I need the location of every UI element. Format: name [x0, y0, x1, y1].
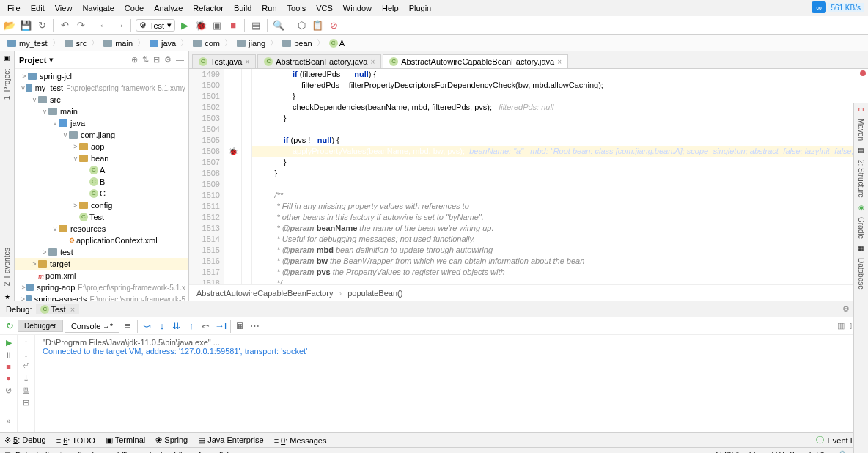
- rerun-icon[interactable]: ↻: [3, 320, 16, 333]
- code-text[interactable]: if (filteredPds == null) { filteredPds =…: [252, 69, 868, 284]
- project-tab-icon[interactable]: ▣: [4, 54, 10, 62]
- undo-icon[interactable]: ↶: [58, 19, 71, 32]
- editor-tab-AbstractAutowireCapableBeanFactory.java[interactable]: CAbstractAutowireCapableBeanFactory.java…: [383, 54, 568, 68]
- run-icon[interactable]: ▶: [178, 19, 191, 32]
- menu-refactor[interactable]: Refactor: [188, 2, 228, 14]
- status-icon[interactable]: ◻: [4, 450, 11, 453]
- frames-icon[interactable]: ≡: [121, 320, 134, 333]
- favorites-icon[interactable]: ★: [4, 293, 10, 301]
- save-icon[interactable]: 💾: [19, 19, 32, 32]
- tree-item-aop[interactable]: >aop: [15, 141, 188, 152]
- tab-structure[interactable]: 2: Structure: [856, 157, 866, 201]
- tree-item-com.jiang[interactable]: vcom.jiang: [15, 129, 188, 141]
- editor-tab-AbstractBeanFactory.java[interactable]: CAbstractBeanFactory.java×: [257, 54, 381, 68]
- more-icon2[interactable]: »: [1, 412, 15, 430]
- tab-console[interactable]: Console →*: [65, 320, 119, 333]
- search-icon[interactable]: 🔍: [272, 19, 285, 32]
- tree-item-test[interactable]: >test: [15, 246, 188, 258]
- up-icon[interactable]: ↑: [24, 338, 29, 347]
- maven-icon[interactable]: m: [858, 106, 864, 113]
- gradle-icon[interactable]: ◉: [858, 204, 864, 211]
- wrap-icon[interactable]: ⏎: [23, 361, 29, 371]
- breadcrumb-bean[interactable]: bean: [279, 38, 315, 48]
- drop-frame-icon[interactable]: ⤺: [199, 320, 213, 333]
- tree-item-bean[interactable]: vbean: [15, 152, 188, 164]
- evaluate-icon[interactable]: 🖩: [234, 320, 247, 333]
- tree-item-target[interactable]: >target: [15, 258, 188, 270]
- tree-item-config[interactable]: >config: [15, 199, 188, 211]
- editor-tab-Test.java[interactable]: CTest.java×: [192, 54, 256, 68]
- forward-icon[interactable]: →: [113, 19, 126, 32]
- tree-item-main[interactable]: vmain: [15, 106, 188, 117]
- tab-gradle[interactable]: Gradle: [856, 214, 866, 242]
- tree-item-spring-jcl[interactable]: >spring-jcl: [15, 70, 188, 82]
- tree-item-A[interactable]: CA: [15, 164, 188, 176]
- error-stripe-icon[interactable]: [860, 70, 866, 76]
- tab-6-todo[interactable]: ≡ 6: TODO: [56, 436, 95, 445]
- deny-icon[interactable]: ⊘: [327, 19, 340, 32]
- lock-icon[interactable]: 🔒: [837, 450, 847, 453]
- down-icon[interactable]: ↓: [24, 350, 29, 358]
- download-indicator[interactable]: ∞ 561 KB/s: [812, 1, 864, 13]
- sort-icon[interactable]: ⇅: [142, 55, 149, 65]
- editor-crumb-bar[interactable]: AbstractAutowireCapableBeanFactory › pop…: [189, 284, 868, 301]
- database-icon[interactable]: ▦: [858, 245, 864, 252]
- tree-item-my_test[interactable]: vmy_testF:\project\spring-framework-5.1.…: [15, 82, 188, 94]
- tree-item-spring-aop[interactable]: >spring-aopF:\project\spring-framework-5…: [15, 281, 188, 293]
- refresh-icon[interactable]: ↻: [35, 19, 48, 32]
- target-icon[interactable]: ⊕: [131, 55, 138, 65]
- menu-run[interactable]: Run: [257, 2, 281, 14]
- tree-item-C[interactable]: CC: [15, 188, 188, 199]
- scroll-icon[interactable]: ⤓: [23, 374, 29, 383]
- menu-code[interactable]: Code: [120, 2, 148, 14]
- open-icon[interactable]: 📂: [3, 19, 16, 32]
- trash-icon[interactable]: 📋: [311, 19, 324, 32]
- stop-icon[interactable]: ■: [227, 19, 240, 32]
- back-icon[interactable]: ←: [97, 19, 110, 32]
- coverage-icon[interactable]: ▣: [210, 19, 224, 32]
- tree-item-resources[interactable]: vresources: [15, 223, 188, 235]
- stop-icon2[interactable]: ■: [6, 362, 11, 371]
- tab-1-project[interactable]: 1: Project: [2, 66, 12, 103]
- structure-icon[interactable]: ⬡: [295, 19, 308, 32]
- caret-position[interactable]: 1506:1: [716, 450, 740, 453]
- step-out-icon[interactable]: ↑: [185, 320, 198, 333]
- tab-2-favorites[interactable]: 2: Favorites: [2, 245, 12, 289]
- tree-item-spring-aspects[interactable]: >spring-aspectsF:\project\spring-framewo…: [15, 293, 188, 301]
- console-output[interactable]: "D:\Program Files\Java\jdk-11.0.5\bin\ja…: [35, 335, 868, 432]
- project-header-label[interactable]: Project: [19, 56, 46, 65]
- fold-margin[interactable]: [242, 69, 252, 284]
- tab-maven[interactable]: Maven: [856, 116, 866, 144]
- tree-item-Test[interactable]: CTest: [15, 211, 188, 223]
- breadcrumb-java[interactable]: java: [147, 38, 179, 48]
- step-into-icon[interactable]: ↓: [155, 320, 169, 333]
- breadcrumb-jiang[interactable]: jiang: [234, 38, 268, 48]
- force-step-icon[interactable]: ⇊: [170, 320, 183, 333]
- run-to-cursor-icon[interactable]: →I: [214, 320, 227, 333]
- menu-plugin[interactable]: Plugin: [405, 2, 436, 14]
- debug-icon[interactable]: 🐞: [194, 19, 207, 32]
- tree-item-B[interactable]: CB: [15, 176, 188, 188]
- redo-icon[interactable]: ↷: [74, 19, 87, 32]
- menu-tools[interactable]: Tools: [283, 2, 311, 14]
- tree-item-pom.xml[interactable]: mpom.xml: [15, 270, 188, 281]
- step-over-icon[interactable]: ⤻: [141, 320, 154, 333]
- print-icon[interactable]: 🖶: [22, 386, 30, 395]
- crumb-method[interactable]: populateBean(): [347, 289, 402, 298]
- gear-icon[interactable]: ⚙: [164, 55, 172, 65]
- mute-icon[interactable]: ⊘: [5, 386, 12, 395]
- resume-icon[interactable]: ▶: [6, 338, 12, 347]
- bp-icon[interactable]: ●: [6, 374, 11, 383]
- project-tree[interactable]: >spring-jclvmy_testF:\project\spring-fra…: [15, 69, 188, 301]
- tab-5-debug[interactable]: ※ 5: Debug: [4, 435, 46, 445]
- pause-icon[interactable]: ⏸: [4, 350, 12, 359]
- tree-item-java[interactable]: vjava: [15, 117, 188, 129]
- menu-vcs[interactable]: VCS: [312, 2, 337, 14]
- run-config-selector[interactable]: ⚙ Test ▾: [136, 19, 175, 32]
- breadcrumb-my_test[interactable]: my_test: [4, 38, 51, 48]
- menu-window[interactable]: Window: [339, 2, 376, 14]
- layout-icon2[interactable]: ▥: [837, 321, 845, 331]
- menu-navigate[interactable]: Navigate: [78, 2, 118, 14]
- menu-build[interactable]: Build: [229, 2, 256, 14]
- line-separator[interactable]: LF :: [749, 450, 763, 453]
